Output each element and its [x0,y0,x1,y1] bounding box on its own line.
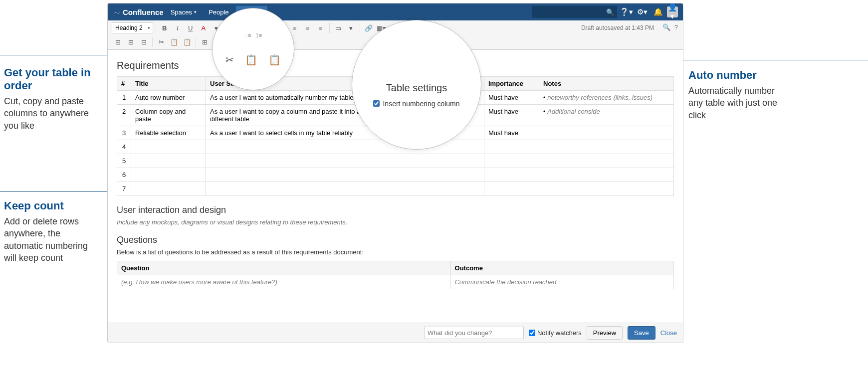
column-tools-callout: ∷≡ 1≡ ✂︎ 📋 📋 [212,8,294,90]
search-icon: 🔍 [606,8,614,16]
paste-column-button[interactable]: 📋 [181,36,193,47]
questions-table[interactable]: Question Outcome (e.g. How we make users… [117,261,674,289]
col-header-num: # [117,77,131,91]
help-icon[interactable]: ❔▾ [619,7,633,16]
table-settings-title: Table settings [386,82,447,94]
delete-row-button[interactable]: ⊟ [138,36,150,47]
design-hint: Include any mockups, diagrams or visual … [117,218,674,226]
top-nav: Confluence Spaces▾ People Create 🔍 ❔▾ ⚙▾… [108,3,683,20]
change-comment-input[interactable] [424,327,524,339]
find-icon[interactable]: 🔍 [662,23,670,31]
annotation-body: Cut, copy and paste columns to anywhere … [4,95,99,132]
annotation-body: Add or delete rows anywhere, the automat… [4,215,99,264]
profile-avatar[interactable]: 👤▾ [667,6,678,17]
brand-text: Confluence [123,8,164,16]
layout-dropdown[interactable]: ▾ [345,22,357,33]
italic-button[interactable]: I [172,22,184,33]
table-row: (e.g. How we make users more aware of th… [117,275,674,289]
col-header-question: Question [117,261,451,275]
annotation-title: Keep count [4,199,99,212]
row-above-button[interactable]: ⊞ [112,36,124,47]
copy-column-button[interactable]: 📋 [168,36,180,47]
annotation-line [0,191,122,192]
copy-column-icon[interactable]: 📋 [245,54,257,66]
paste-column-icon[interactable]: 📋 [268,54,281,66]
bold-button[interactable]: B [159,22,171,33]
preview-button[interactable]: Preview [587,326,623,340]
col-header-notes: Notes [539,77,674,91]
table-row[interactable]: 5 [117,154,674,168]
search-box[interactable]: 🔍 [532,6,617,18]
help-icon[interactable]: ? [674,23,678,31]
heading-design: User interaction and design [117,205,674,215]
cut-column-icon[interactable]: ✂︎ [225,54,234,66]
insert-numbering-checkbox[interactable]: Insert numbering column [373,100,459,108]
align-center-button[interactable]: ≡ [302,22,314,33]
heading-questions: Questions [117,235,674,245]
nav-spaces[interactable]: Spaces▾ [166,8,202,16]
layout-button[interactable]: ▭ [332,22,344,33]
align-right-button[interactable]: ≡ [315,22,327,33]
annotation-title: Get your table in order [4,66,99,92]
table-row[interactable]: 7 [117,182,674,196]
col-header-title: Title [131,77,206,91]
close-button[interactable]: Close [660,329,677,337]
annotation-title: Auto number [688,69,783,82]
row-below-button[interactable]: ⊞ [125,36,137,47]
editor-footer: Notify watchers Preview Save Close [108,323,683,343]
notifications-icon[interactable]: 🔔 [651,7,665,16]
text-color-button[interactable]: A [198,22,210,33]
paragraph-style-select[interactable]: Heading 2 [112,22,153,33]
col-header-importance: Importance [484,77,539,91]
settings-gear-icon[interactable]: ⚙▾ [635,7,649,16]
notify-watchers-checkbox[interactable]: Notify watchers [529,329,582,337]
col-left-button[interactable]: ⊞ [199,36,211,47]
save-button[interactable]: Save [628,326,655,340]
table-row[interactable]: 6 [117,168,674,182]
underline-button[interactable]: U [185,22,197,33]
confluence-icon [113,8,121,16]
col-header-outcome: Outcome [450,261,673,275]
questions-intro: Below is a list of questions to be addre… [117,248,674,256]
confluence-logo[interactable]: Confluence [113,8,164,16]
annotation-body: Automatically number any table with just… [688,85,783,121]
link-button[interactable]: 🔗 [363,22,375,33]
cut-column-button[interactable]: ✂ [155,36,167,47]
table-settings-callout: Table settings Insert numbering column [352,20,481,150]
nav-people[interactable]: People [204,8,233,16]
